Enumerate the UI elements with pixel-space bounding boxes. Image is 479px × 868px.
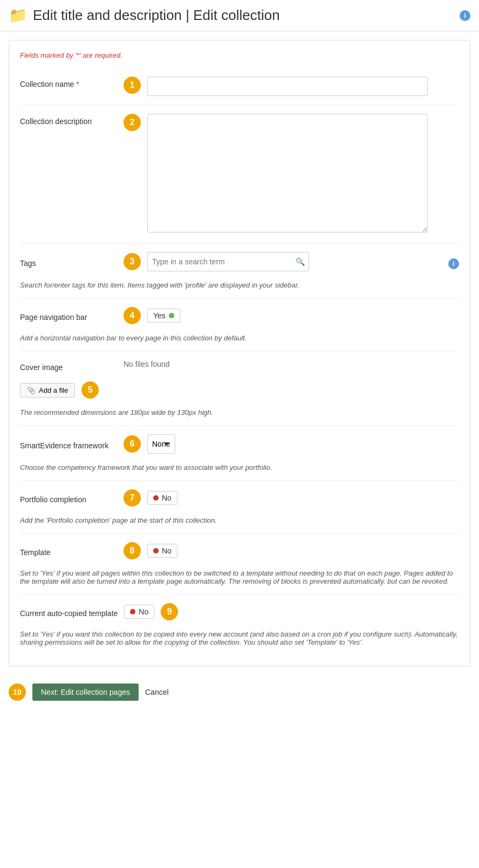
template-help: Set to 'Yes' if you want all pages withi… <box>20 569 459 585</box>
edit-collection-form: Fields marked by '*' are required. Colle… <box>9 40 470 666</box>
search-icon: 🔍 <box>296 257 305 266</box>
red-dot-icon-7 <box>153 495 159 501</box>
step-badge-5: 5 <box>81 381 99 399</box>
portfolio-completion-toggle[interactable]: No <box>147 491 177 505</box>
smartevidence-select[interactable]: None <box>147 434 175 454</box>
portfolio-completion-row: Portfolio completion 7 No Add the 'Portf… <box>20 481 459 534</box>
auto-copied-template-value: No <box>139 607 148 616</box>
tags-search-input[interactable] <box>147 252 309 271</box>
portfolio-completion-label: Portfolio completion <box>20 492 117 504</box>
no-files-text: No files found <box>124 360 170 368</box>
step-badge-3: 3 <box>124 253 141 270</box>
collection-description-control <box>147 114 459 234</box>
portfolio-completion-help: Add the 'Portfolio completion' page at t… <box>20 516 217 524</box>
step-badge-2: 2 <box>124 114 141 131</box>
header-info-icon[interactable]: i <box>460 10 470 21</box>
tags-help-text: Search for/enter tags for this item. Ite… <box>20 281 299 289</box>
auto-copied-template-toggle[interactable]: No <box>124 605 154 619</box>
cover-image-row: Cover image No files found 📎 Add a file … <box>20 351 459 426</box>
template-toggle[interactable]: No <box>147 544 177 558</box>
cover-image-help: The recommended dimensions are 180px wid… <box>20 408 213 416</box>
page-nav-bar-toggle[interactable]: Yes <box>147 309 180 323</box>
add-file-label: Add a file <box>39 386 68 394</box>
green-dot-icon <box>169 313 174 318</box>
page-title: Edit title and description | Edit collec… <box>33 7 280 24</box>
page-nav-bar-help: Add a horizontal navigation bar to every… <box>20 334 247 342</box>
page-header: 📁 Edit title and description | Edit coll… <box>0 0 479 31</box>
next-button[interactable]: Next: Edit collection pages <box>32 684 139 701</box>
smartevidence-row: SmartEvidence framework 6 None Choose th… <box>20 426 459 481</box>
portfolio-completion-value: No <box>162 494 172 502</box>
footer-actions: 10 Next: Edit collection pages Cancel <box>0 675 479 709</box>
step-badge-9: 9 <box>161 603 178 620</box>
collection-name-row: Collection name * 1 <box>20 68 459 105</box>
collection-name-control <box>147 77 459 96</box>
collection-description-row: Collection description 2 <box>20 105 459 243</box>
page-nav-bar-value: Yes <box>153 311 166 320</box>
step-badge-8: 8 <box>124 542 141 559</box>
collection-description-label: Collection description <box>20 114 117 126</box>
tags-info-icon[interactable]: i <box>448 258 459 269</box>
collection-name-input[interactable] <box>147 77 428 96</box>
template-row: Template 8 No Set to 'Yes' if you want a… <box>20 534 459 594</box>
tags-search-wrapper: 🔍 <box>147 252 309 271</box>
tags-row: Tags 3 🔍 i Search for/enter tags for thi… <box>20 243 459 298</box>
folder-icon: 📁 <box>9 6 28 24</box>
cancel-link[interactable]: Cancel <box>145 688 169 696</box>
step-badge-6: 6 <box>124 435 141 453</box>
add-file-button[interactable]: 📎 Add a file <box>20 383 75 398</box>
step-badge-10: 10 <box>9 684 26 701</box>
auto-copied-template-row: Current auto-copied template No 9 Set to… <box>20 594 459 655</box>
paperclip-icon: 📎 <box>27 386 36 394</box>
red-dot-icon-8 <box>153 548 159 553</box>
page-nav-bar-label: Page navigation bar <box>20 310 117 322</box>
tags-label: Tags <box>20 256 117 268</box>
cover-image-label: Cover image <box>20 360 117 372</box>
page-nav-bar-row: Page navigation bar 4 Yes Add a horizont… <box>20 298 459 351</box>
auto-copied-template-label: Current auto-copied template <box>20 606 118 618</box>
auto-copied-template-help: Set to 'Yes' if you want this collection… <box>20 630 459 646</box>
required-star: * <box>76 80 79 88</box>
template-value: No <box>162 546 172 555</box>
step-badge-4: 4 <box>124 307 141 324</box>
smartevidence-label: SmartEvidence framework <box>20 438 117 450</box>
collection-description-input[interactable] <box>147 114 428 233</box>
smartevidence-help: Choose the competency framework that you… <box>20 463 272 471</box>
step-badge-1: 1 <box>124 77 141 94</box>
step-badge-7: 7 <box>124 489 141 507</box>
collection-name-label: Collection name * <box>20 77 117 88</box>
required-note: Fields marked by '*' are required. <box>20 51 459 59</box>
template-label: Template <box>20 545 117 557</box>
red-dot-icon-9 <box>130 609 135 614</box>
